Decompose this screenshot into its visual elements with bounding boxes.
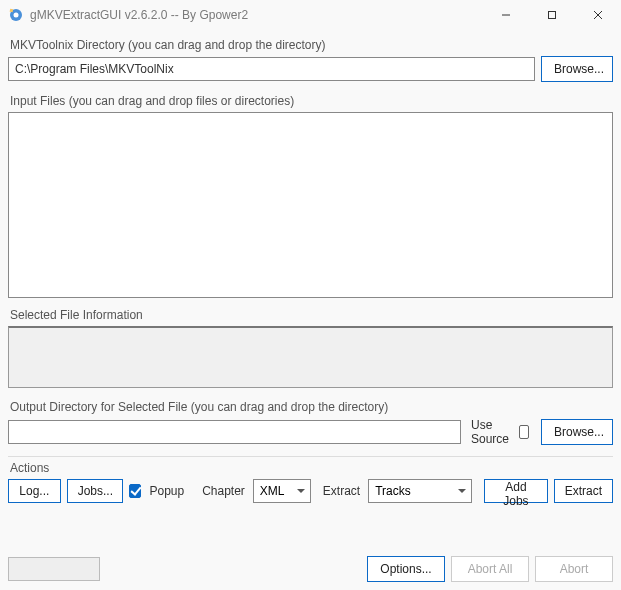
- selected-file-info-box: [8, 326, 613, 388]
- input-files-label: Input Files (you can drag and drop files…: [10, 94, 613, 108]
- abort-button: Abort: [535, 556, 613, 582]
- close-button[interactable]: [575, 0, 621, 30]
- output-dir-label: Output Directory for Selected File (you …: [10, 400, 613, 414]
- chapter-select[interactable]: XML: [253, 479, 311, 503]
- input-files-list[interactable]: [8, 112, 613, 298]
- extract-select[interactable]: Tracks: [368, 479, 472, 503]
- extract-button[interactable]: Extract: [554, 479, 613, 503]
- popup-checkbox[interactable]: [129, 484, 142, 498]
- svg-rect-2: [10, 9, 13, 12]
- popup-label: Popup: [149, 484, 184, 498]
- bottom-bar: Options... Abort All Abort: [0, 548, 621, 590]
- use-source-label: Use Source: [471, 418, 511, 446]
- titlebar: gMKVExtractGUI v2.6.2.0 -- By Gpower2: [0, 0, 621, 30]
- app-icon: [8, 7, 24, 23]
- use-source-checkbox[interactable]: [519, 425, 529, 439]
- mkvtoolnix-dir-input[interactable]: [8, 57, 535, 81]
- minimize-button[interactable]: [483, 0, 529, 30]
- add-jobs-button[interactable]: Add Jobs: [484, 479, 547, 503]
- svg-point-1: [14, 13, 19, 18]
- status-box: [8, 557, 100, 581]
- options-button[interactable]: Options...: [367, 556, 445, 582]
- browse-output-button[interactable]: Browse...: [541, 419, 613, 445]
- window-controls: [483, 0, 621, 30]
- main-content: MKVToolnix Directory (you can drag and d…: [0, 30, 621, 511]
- mkvtoolnix-dir-label: MKVToolnix Directory (you can drag and d…: [10, 38, 613, 52]
- selected-file-info-label: Selected File Information: [10, 308, 613, 322]
- browse-mkvtoolnix-button[interactable]: Browse...: [541, 56, 613, 82]
- abort-all-button: Abort All: [451, 556, 529, 582]
- svg-rect-4: [549, 12, 556, 19]
- maximize-button[interactable]: [529, 0, 575, 30]
- separator: [8, 456, 613, 457]
- log-button[interactable]: Log...: [8, 479, 61, 503]
- chapter-label: Chapter: [202, 484, 245, 498]
- actions-label: Actions: [10, 461, 613, 475]
- window-title: gMKVExtractGUI v2.6.2.0 -- By Gpower2: [30, 8, 483, 22]
- extract-field-label: Extract: [323, 484, 360, 498]
- output-dir-input[interactable]: [8, 420, 461, 444]
- jobs-button[interactable]: Jobs...: [67, 479, 123, 503]
